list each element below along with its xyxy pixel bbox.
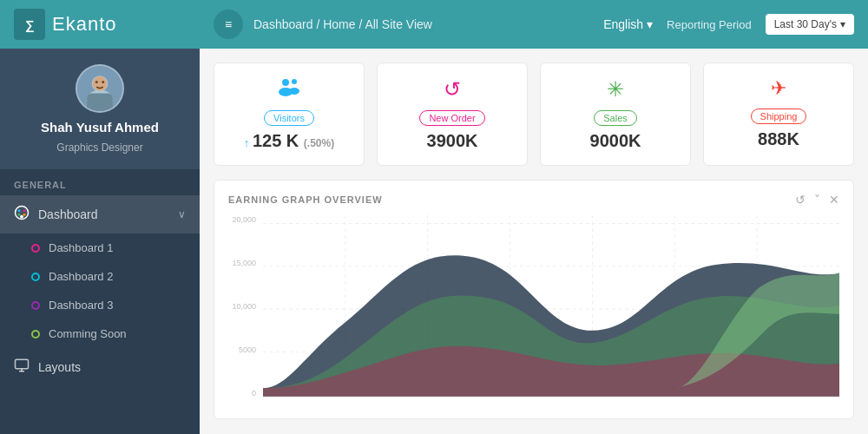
stat-cards: Visitors ↑ 125 K (.50%) ↺ New Order 3900… xyxy=(214,62,854,166)
y-axis-labels: 20,000 15,000 10,000 5000 0 xyxy=(228,215,260,406)
sidebar-item-comming-soon[interactable]: Comming Soon xyxy=(0,319,200,348)
stat-card-visitors: Visitors ↑ 125 K (.50%) xyxy=(214,62,365,166)
menu-button[interactable]: ≡ xyxy=(214,10,243,39)
reporting-period-label: Reporting Period xyxy=(667,18,752,31)
language-button[interactable]: English ▾ xyxy=(603,17,653,31)
breadcrumb: Dashboard / Home / All Site View xyxy=(253,17,432,31)
svg-point-19 xyxy=(289,88,299,95)
stat-card-shipping: ✈ Shipping 888K xyxy=(703,62,854,166)
trend-up-icon: ↑ xyxy=(244,136,253,149)
dot-icon xyxy=(31,273,40,281)
section-label: GENERAL xyxy=(0,169,200,195)
shipping-icon: ✈ xyxy=(771,77,786,100)
chevron-down-icon: ∨ xyxy=(178,208,186,220)
sales-icon: ✳ xyxy=(607,77,624,102)
chevron-down-icon: ▾ xyxy=(647,17,653,31)
svg-point-17 xyxy=(292,79,297,84)
avatar xyxy=(76,64,124,113)
chart-area: 20,000 15,000 10,000 5000 0 xyxy=(228,215,839,406)
menu-icon: ≡ xyxy=(225,17,232,31)
chart-title: EARNING GRAPH OVERVIEW xyxy=(228,194,383,205)
logo-icon: ∑ xyxy=(14,9,45,40)
stat-card-neworder: ↺ New Order 3900K xyxy=(377,62,528,166)
dashboard-label: Dashboard xyxy=(38,207,98,221)
main-layout: Shah Yusuf Ahmed Graphics Designer GENER… xyxy=(0,49,868,434)
sidebar: Shah Yusuf Ahmed Graphics Designer GENER… xyxy=(0,49,200,434)
layouts-label: Layouts xyxy=(38,360,81,374)
svg-point-16 xyxy=(282,79,289,86)
shipping-value: 888K xyxy=(758,129,799,149)
dot-icon xyxy=(31,330,40,339)
nav-right: English ▾ Reporting Period Last 30 Day's… xyxy=(603,14,854,35)
svg-point-9 xyxy=(23,209,26,212)
dot-icon xyxy=(31,301,40,310)
language-label: English xyxy=(603,17,643,31)
svg-point-5 xyxy=(102,81,104,83)
chart-svg xyxy=(263,215,839,397)
sidebar-item-dashboard[interactable]: Dashboard ∨ xyxy=(0,195,200,233)
logo-text: Ekanto xyxy=(52,13,117,36)
sales-value: 9000K xyxy=(590,131,641,151)
svg-point-11 xyxy=(23,214,26,216)
visitors-value: ↑ 125 K (.50%) xyxy=(244,131,334,151)
stat-card-sales: ✳ Sales 9000K xyxy=(540,62,691,166)
neworder-icon: ↺ xyxy=(444,77,461,102)
sales-label: Sales xyxy=(594,110,637,126)
shipping-label: Shipping xyxy=(751,108,807,124)
sidebar-item-dashboard2[interactable]: Dashboard 2 xyxy=(0,262,200,291)
top-navigation: ∑ Ekanto ≡ Dashboard / Home / All Site V… xyxy=(0,0,868,49)
logo-area: ∑ Ekanto xyxy=(14,9,214,40)
palette-icon xyxy=(14,205,30,224)
neworder-label: New Order xyxy=(419,110,484,126)
sidebar-item-dashboard3[interactable]: Dashboard 3 xyxy=(0,291,200,319)
svg-point-12 xyxy=(20,215,23,219)
svg-rect-13 xyxy=(16,359,29,369)
user-profile: Shah Yusuf Ahmed Graphics Designer xyxy=(0,49,200,169)
chart-actions: ↺ ˅ ✕ xyxy=(795,193,839,207)
visitors-icon xyxy=(277,77,301,102)
user-role: Graphics Designer xyxy=(56,141,142,154)
user-name: Shah Yusuf Ahmed xyxy=(41,120,159,135)
svg-point-8 xyxy=(18,209,21,212)
sidebar-item-dashboard1[interactable]: Dashboard 1 xyxy=(0,233,200,262)
close-icon[interactable]: ✕ xyxy=(829,193,839,207)
dot-icon xyxy=(31,244,40,253)
nav-center: ≡ Dashboard / Home / All Site View xyxy=(214,10,603,39)
chart-header: EARNING GRAPH OVERVIEW ↺ ˅ ✕ xyxy=(228,193,839,207)
chevron-down-icon[interactable]: ˅ xyxy=(814,193,820,207)
monitor-icon xyxy=(14,358,30,377)
sub-navigation: Dashboard 1 Dashboard 2 Dashboard 3 Comm… xyxy=(0,233,200,348)
main-content: Visitors ↑ 125 K (.50%) ↺ New Order 3900… xyxy=(200,49,868,434)
visitors-label: Visitors xyxy=(264,110,314,126)
svg-point-3 xyxy=(93,76,108,91)
refresh-icon[interactable]: ↺ xyxy=(795,193,806,207)
svg-rect-6 xyxy=(87,94,113,111)
chart-section: EARNING GRAPH OVERVIEW ↺ ˅ ✕ 20,000 15,0… xyxy=(214,180,854,419)
svg-point-4 xyxy=(95,81,98,83)
period-button[interactable]: Last 30 Day's ▾ xyxy=(766,14,854,35)
chevron-down-icon: ▾ xyxy=(840,18,845,30)
sidebar-item-layouts[interactable]: Layouts xyxy=(0,348,200,386)
neworder-value: 3900K xyxy=(427,131,478,151)
svg-point-10 xyxy=(18,214,21,216)
